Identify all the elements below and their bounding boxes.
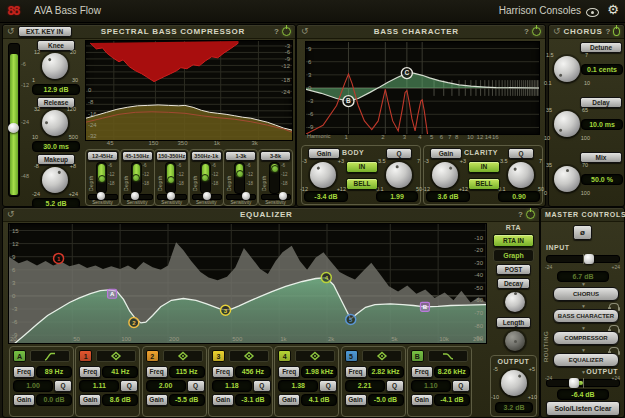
delay-value[interactable]: 10.0 ms [581,119,623,130]
gain-value[interactable]: -3.1 dB [235,394,271,406]
depth-handle[interactable] [271,165,279,173]
depth-slider[interactable] [269,162,280,194]
harmonic-handle-B[interactable]: B [343,96,354,107]
eq-handle-5[interactable]: 5 [346,314,356,324]
detune-knob[interactable] [554,56,580,82]
eq-shape-button[interactable] [428,350,468,362]
ext-key-in-button[interactable]: EXT. KEY IN [18,26,72,37]
rta-post-button[interactable]: POST [496,264,531,275]
harmonic-handle-C[interactable]: C [401,68,412,79]
gain-value[interactable]: -5.0 dB [368,394,404,406]
depth-handle[interactable] [167,176,175,184]
body-bell-button[interactable]: BELL [346,178,378,190]
gear-icon[interactable]: ⚙ [607,2,619,17]
power-icon[interactable] [613,27,620,36]
eye-icon[interactable] [586,8,599,17]
detune-value[interactable]: 0.1 cents [581,64,623,75]
routing-button-equalizer[interactable]: EQUALIZER [553,353,619,367]
eq-output-knob[interactable] [501,370,527,396]
eq-band-button-A[interactable]: A [13,350,26,362]
output-value[interactable]: -6.4 dB [557,389,609,400]
eq-shape-button[interactable] [229,350,269,362]
depth-handle[interactable] [201,174,209,182]
power-icon[interactable] [282,27,291,36]
eq-band-button-5[interactable]: 5 [345,350,358,362]
q-value[interactable]: 1.00 [13,380,53,392]
sensitivity-handle[interactable] [167,192,175,200]
eq-band-button-2[interactable]: 2 [146,350,159,362]
sensitivity-handle[interactable] [203,192,211,200]
body-gain-knob[interactable] [310,162,336,188]
delay-knob[interactable] [554,111,580,137]
eq-handle-1[interactable]: 1 [54,253,64,263]
q-value[interactable]: 1.10 [411,380,451,392]
eq-handle-A[interactable]: A [108,289,117,298]
depth-slider[interactable] [165,162,176,194]
freq-value[interactable]: 115 Hz [169,366,205,378]
eq-handle-B[interactable]: B [420,302,429,311]
body-q-value[interactable]: 1.99 [376,191,418,202]
depth-handle[interactable] [132,174,140,182]
eq-handle-4[interactable]: 4 [321,273,331,283]
release-value[interactable]: 30.0 ms [32,141,80,152]
freq-value[interactable]: 456 Hz [235,366,271,378]
clarity-bell-button[interactable]: BELL [468,178,500,190]
reset-icon[interactable]: ↺ [301,27,309,36]
freq-value[interactable]: 41 Hz [102,366,138,378]
reset-icon[interactable]: ↺ [7,210,15,219]
gain-value[interactable]: -4.1 dB [434,394,470,406]
sensitivity-handle[interactable] [242,192,250,200]
eq-output-value[interactable]: 3.2 dB [495,402,533,413]
q-value[interactable]: 2.21 [345,380,385,392]
reset-icon[interactable]: ↺ [7,27,15,36]
q-value[interactable]: 1.11 [79,380,119,392]
rta-graph-button[interactable]: Graph [493,249,534,262]
body-q-knob[interactable] [386,162,412,188]
q-value[interactable]: 1.18 [212,380,252,392]
body-gain-value[interactable]: -3.4 dB [304,191,348,202]
eq-handle-3[interactable]: 3 [221,305,231,315]
knee-value[interactable]: 12.9 dB [32,84,80,95]
eq-shape-button[interactable] [362,350,402,362]
knee-knob[interactable] [42,53,68,79]
clarity-q-value[interactable]: 0.90 [498,191,540,202]
clarity-gain-knob[interactable] [432,162,458,188]
gain-value[interactable]: 0.0 dB [36,394,72,406]
sensitivity-handle[interactable] [279,192,287,200]
freq-value[interactable]: 8.26 kHz [434,366,470,378]
depth-slider[interactable] [131,162,142,194]
freq-value[interactable]: 1.98 kHz [301,366,337,378]
eq-handle-2[interactable]: 2 [129,318,139,328]
depth-slider[interactable] [200,162,211,194]
clarity-in-button[interactable]: IN [468,161,500,173]
sensitivity-handle[interactable] [131,192,139,200]
reset-icon[interactable]: ↺ [553,27,561,36]
threshold-meter[interactable]: -6-12-24-48 [8,43,28,197]
length-knob[interactable] [505,331,525,351]
threshold-handle[interactable] [8,123,19,133]
freq-value[interactable]: 89 Hz [36,366,72,378]
makeup-knob[interactable] [42,167,68,193]
help-icon[interactable]: ? [518,210,523,219]
gain-value[interactable]: 4.1 dB [301,394,337,406]
decay-knob[interactable] [505,292,525,312]
freq-value[interactable]: 2.82 kHz [368,366,404,378]
mix-value[interactable]: 50.0 % [581,174,623,185]
routing-button-compressor[interactable]: COMPRESSOR [553,331,619,345]
release-knob[interactable] [42,110,68,136]
input-slider[interactable] [546,255,620,263]
gain-value[interactable]: -5.5 dB [169,394,205,406]
rta-in-button[interactable]: RTA IN [493,234,534,247]
q-value[interactable]: 1.38 [278,380,318,392]
phase-button[interactable]: ø [573,225,592,240]
power-icon[interactable] [532,27,541,36]
help-icon[interactable]: ? [524,27,529,36]
eq-shape-button[interactable] [30,350,70,362]
clarity-q-knob[interactable] [508,162,534,188]
help-icon[interactable]: ? [274,27,279,36]
help-icon[interactable]: ? [605,27,610,36]
mix-knob[interactable] [554,166,580,192]
eq-band-button-B[interactable]: B [411,350,424,362]
eq-band-button-1[interactable]: 1 [79,350,92,362]
depth-handle[interactable] [98,175,106,183]
